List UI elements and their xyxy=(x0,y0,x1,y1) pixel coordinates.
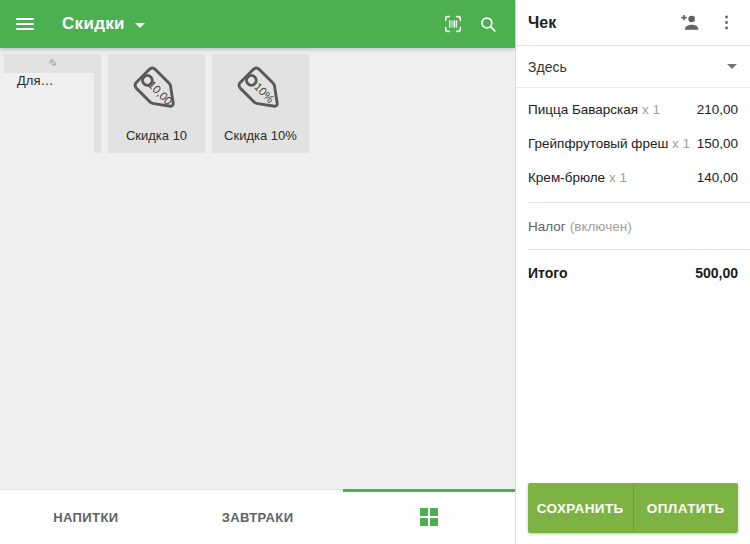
save-button[interactable]: СОХРАНИТЬ xyxy=(528,483,634,533)
discount-tile-50[interactable]: 50% Для… xyxy=(4,54,101,153)
item-qty: x 1 xyxy=(672,136,690,151)
kebab-menu-icon[interactable] xyxy=(717,13,736,32)
price-tag-icon: 50% xyxy=(21,58,85,67)
receipt-panel: Чек Здесь Пицца Баварская x 1 210, xyxy=(516,0,750,544)
tab-label: ЗАВТРАКИ xyxy=(222,510,294,525)
total-label: Итого xyxy=(528,265,567,281)
catalog-content: 50% Для… 10,00 Скидка 10 xyxy=(0,48,515,489)
person-add-icon[interactable] xyxy=(679,12,701,34)
dining-option-select[interactable]: Здесь xyxy=(516,46,750,88)
dining-option-value: Здесь xyxy=(528,59,567,75)
grid-icon xyxy=(420,508,438,526)
pay-button[interactable]: ОПЛАТИТЬ xyxy=(634,483,739,533)
total-value: 500,00 xyxy=(695,265,738,281)
item-price: 210,00 xyxy=(697,102,738,117)
tab-breakfasts[interactable]: ЗАВТРАКИ xyxy=(172,490,344,544)
tab-label: НАПИТКИ xyxy=(53,510,118,525)
discount-tile-10pct[interactable]: 10% Скидка 10% xyxy=(212,54,309,153)
tax-label: Налог xyxy=(528,219,566,234)
receipt-header: Чек xyxy=(516,0,750,46)
total-row: Итого 500,00 xyxy=(516,250,750,295)
chevron-down-icon xyxy=(727,64,737,69)
chevron-down-icon xyxy=(135,23,145,28)
receipt-title: Чек xyxy=(528,14,679,32)
tax-row: Налог (включен) xyxy=(516,203,750,249)
barcode-scan-icon[interactable] xyxy=(442,13,464,35)
item-qty: x 1 xyxy=(609,170,627,185)
item-name: Пицца Баварская xyxy=(528,102,638,117)
category-tabbar: НАПИТКИ ЗАВТРАКИ xyxy=(0,489,515,544)
receipt-item[interactable]: Пицца Баварская x 1 210,00 xyxy=(516,92,750,126)
action-buttons: СОХРАНИТЬ ОПЛАТИТЬ xyxy=(528,483,738,533)
item-price: 140,00 xyxy=(697,170,738,185)
tile-label: Скидка 10% xyxy=(224,128,297,143)
tile-label: Для… xyxy=(4,73,94,153)
tile-label: Скидка 10 xyxy=(126,128,187,143)
catalog-panel: Скидки xyxy=(0,0,515,544)
price-tag-icon: 10,00 xyxy=(125,58,189,122)
page-title: Скидки xyxy=(62,14,125,34)
tab-discounts-grid[interactable] xyxy=(343,490,515,544)
tax-note: (включен) xyxy=(570,219,632,234)
discount-tiles: 50% Для… 10,00 Скидка 10 xyxy=(0,48,515,153)
search-icon[interactable] xyxy=(478,14,499,35)
pos-app: Скидки xyxy=(0,0,750,544)
active-tab-indicator xyxy=(343,489,515,492)
price-tag-icon: 10% xyxy=(229,58,293,122)
receipt-item[interactable]: Грейпфрутовый фреш x 1 150,00 xyxy=(516,126,750,160)
receipt-item[interactable]: Крем-брюле x 1 140,00 xyxy=(516,160,750,194)
toolbar: Скидки xyxy=(0,0,515,48)
item-qty: x 1 xyxy=(642,102,660,117)
item-name: Грейпфрутовый фреш xyxy=(528,136,668,151)
item-name: Крем-брюле xyxy=(528,170,605,185)
tab-drinks[interactable]: НАПИТКИ xyxy=(0,490,172,544)
category-selector[interactable]: Скидки xyxy=(62,14,145,34)
receipt-items: Пицца Баварская x 1 210,00 Грейпфрутовый… xyxy=(516,88,750,194)
item-price: 150,00 xyxy=(697,136,738,151)
discount-tile-10[interactable]: 10,00 Скидка 10 xyxy=(108,54,205,153)
hamburger-icon[interactable] xyxy=(16,18,34,30)
